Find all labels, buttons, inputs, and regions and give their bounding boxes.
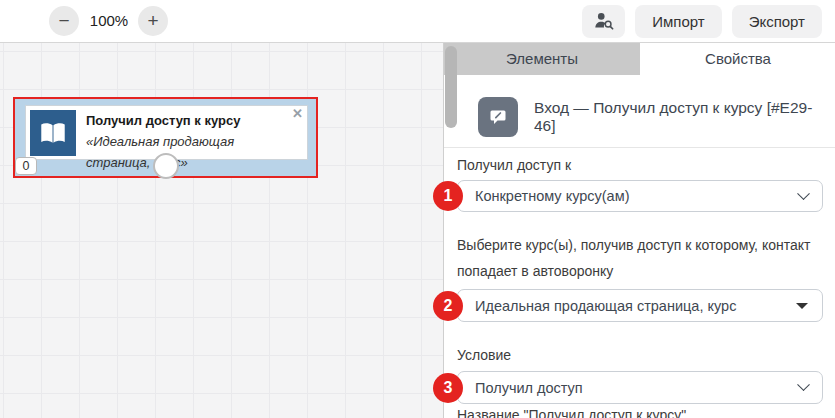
panel-tabs: Элементы Свойства <box>444 43 835 75</box>
user-search-button[interactable] <box>582 5 625 38</box>
field-access-to-value: Конкретному курсу(ам) <box>475 188 799 204</box>
field-course-value: Идеальная продающая страница, курс <box>475 298 796 314</box>
export-button[interactable]: Экспорт <box>732 5 822 38</box>
import-button[interactable]: Импорт <box>635 5 721 38</box>
field-access-to-select[interactable]: Конкретному курсу(ам) <box>457 180 823 212</box>
node-counter-badge: 0 <box>15 157 37 175</box>
chevron-down-icon <box>797 378 810 391</box>
field-condition-value: Получил доступ <box>475 380 799 396</box>
clipped-next-field-label: Название "Получил доступ к курсу" <box>457 407 829 418</box>
node-title-main: Получил доступ к курсу <box>86 113 240 128</box>
tab-properties[interactable]: Свойства <box>640 43 835 75</box>
top-toolbar: − 100% + Импорт Экспорт <box>0 0 835 43</box>
node-close-icon[interactable]: ✕ <box>292 106 303 121</box>
divider <box>444 147 835 148</box>
panel-title: Вход — Получил доступ к курсу [#E29-46] <box>534 99 822 135</box>
node-title: Получил доступ к курсу «Идеальная продаю… <box>86 110 299 173</box>
funnel-editor-window: − 100% + Импорт Экспорт <box>0 0 835 418</box>
minus-icon: − <box>58 10 69 31</box>
caret-down-icon <box>796 303 808 309</box>
field-course-select[interactable]: Идеальная продающая страница, курс <box>457 289 823 322</box>
toolbar-actions: Импорт Экспорт <box>582 5 822 38</box>
tab-elements[interactable]: Элементы <box>444 43 640 75</box>
field-course-label: Выберите курс(ы), получив доступ к котор… <box>457 232 829 284</box>
user-search-icon <box>593 10 615 34</box>
annotation-badge-2: 2 <box>433 291 463 321</box>
plus-icon: + <box>147 10 158 31</box>
funnel-canvas[interactable]: Получил доступ к курсу «Идеальная продаю… <box>0 43 443 418</box>
chevron-down-icon <box>797 187 810 200</box>
node-connector-handle[interactable] <box>153 153 179 179</box>
field-condition-label: Условие <box>457 342 829 368</box>
zoom-in-button[interactable]: + <box>138 6 168 36</box>
properties-panel: Элементы Свойства Вход — Получил доступ … <box>443 43 835 418</box>
zoom-out-button[interactable]: − <box>49 6 79 36</box>
node-card[interactable]: Получил доступ к курсу «Идеальная продаю… <box>25 105 308 160</box>
field-condition-select[interactable]: Получил доступ <box>457 371 823 404</box>
comment-edit-icon <box>478 97 518 137</box>
annotation-badge-1: 1 <box>433 181 463 211</box>
field-access-to-label: Получил доступ к <box>457 152 829 178</box>
panel-header: Вход — Получил доступ к курсу [#E29-46] <box>478 97 822 137</box>
zoom-level-value: 100% <box>84 12 134 29</box>
selected-entry-node[interactable]: Получил доступ к курсу «Идеальная продаю… <box>13 97 318 178</box>
annotation-badge-3: 3 <box>433 373 463 403</box>
panel-scrollbar[interactable] <box>445 46 457 128</box>
open-book-icon <box>30 110 76 156</box>
